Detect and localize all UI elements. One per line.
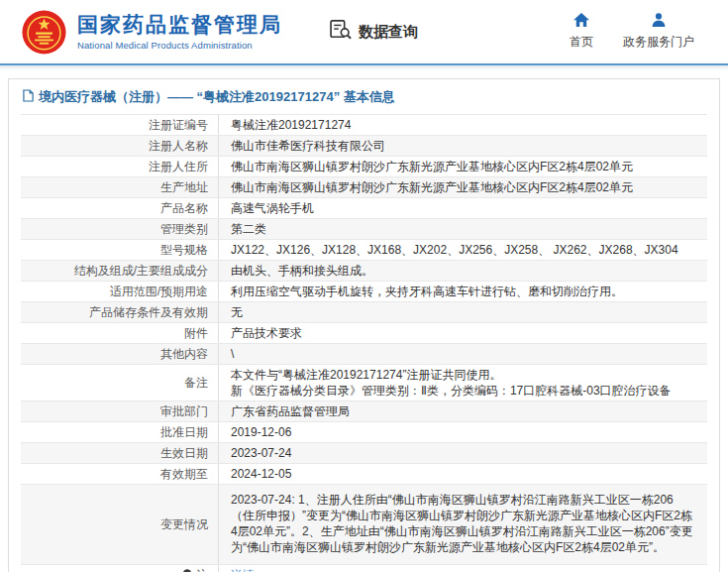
panel-title-text: 境内医疗器械（注册）—— “粤械注准20192171274” 基本信息 [39, 88, 395, 106]
site-header: 国家药品监督管理局 National Medical Products Admi… [0, 0, 728, 63]
brand-text: 国家药品监督管理局 National Medical Products Admi… [77, 13, 282, 50]
row-value: 利用压缩空气驱动手机旋转，夹持牙科高速车针进行钻、磨和切削治疗用。 [219, 282, 707, 301]
table-row: 型号规格JX122、JX126、JX128、JX168、JX202、JX256、… [21, 240, 707, 261]
content-panel: 境内医疗器械（注册）—— “粤械注准20192171274” 基本信息 注册证编… [8, 78, 720, 572]
nav-home[interactable]: 首页 [570, 13, 593, 51]
row-label: 注册人住所 [21, 157, 219, 176]
panel-title: 境内医疗器械（注册）—— “粤械注准20192171274” 基本信息 [21, 86, 707, 114]
nav-service-portal-label: 政务服务门户 [623, 34, 694, 51]
table-row: 生效日期2023-07-24 [21, 443, 707, 464]
row-value: 高速气涡轮手机 [219, 198, 707, 218]
row-label: 有效期至 [21, 464, 219, 484]
table-row: 附件产品技术要求 [21, 323, 707, 344]
row-label: 生产地址 [21, 177, 219, 197]
row-value: \ [219, 344, 707, 364]
row-label: 结构及组成/主要组成成分 [21, 261, 219, 281]
row-value: 本文件与“粤械注准20192171274”注册证共同使用。 新《医疗器械分类目录… [219, 365, 707, 400]
national-emblem-icon [22, 10, 66, 55]
table-row: 其他内容\ [21, 344, 707, 365]
table-row: 备注本文件与“粤械注准20192171274”注册证共同使用。 新《医疗器械分类… [21, 365, 707, 401]
table-row: 生产地址佛山市南海区狮山镇罗村朗沙广东新光源产业基地核心区内F区2栋4层02单元 [21, 177, 707, 198]
table-row: 注册人名称佛山市佳希医疗科技有限公司 [21, 136, 707, 157]
table-row: 注册证编号粤械注准20192171274 [21, 115, 707, 136]
data-query-label: 数据查询 [359, 23, 418, 42]
table-row: 注册人住所佛山市南海区狮山镇罗村朗沙广东新光源产业基地核心区内F区2栋4层02单… [21, 157, 707, 177]
table-row: 有效期至2024-12-05 [21, 464, 707, 485]
row-value: 详情 [219, 565, 707, 572]
table-row: 注详情 [21, 565, 707, 572]
home-icon [573, 13, 589, 31]
user-icon [652, 13, 666, 31]
row-value: 无 [219, 302, 707, 322]
row-label: 适用范围/预期用途 [21, 282, 219, 301]
row-value: 佛山市南海区狮山镇罗村朗沙广东新光源产业基地核心区内F区2栋4层02单元 [219, 157, 707, 176]
top-nav: 首页 政务服务门户 [570, 13, 694, 51]
detail-link[interactable]: 详情 [231, 568, 255, 572]
row-value: 2023-07-24: 1、注册人住所由“佛山市南海区狮山镇罗村沿江南路新兴工业… [219, 485, 707, 564]
row-label: 管理类别 [21, 219, 219, 239]
table-row: 结构及组成/主要组成成分由机头、手柄和接头组成。 [21, 261, 707, 282]
row-value: 由机头、手柄和接头组成。 [219, 261, 707, 281]
row-label: 产品名称 [21, 198, 219, 218]
nav-home-label: 首页 [570, 34, 593, 51]
table-row: 审批部门广东省药品监督管理局 [21, 401, 707, 422]
row-label: 注册证编号 [21, 115, 219, 135]
data-query-tab[interactable]: 数据查询 [330, 20, 418, 44]
row-label: 附件 [21, 323, 219, 343]
header-divider-shadow [0, 65, 728, 70]
row-label: 型号规格 [21, 240, 219, 260]
row-value: 2019-12-06 [219, 422, 707, 442]
row-value: 第二类 [219, 219, 707, 239]
info-table: 注册证编号粤械注准20192171274注册人名称佛山市佳希医疗科技有限公司注册… [21, 114, 707, 572]
row-label: 变更情况 [21, 485, 219, 564]
row-value: 产品技术要求 [219, 323, 707, 343]
row-value: 佛山市南海区狮山镇罗村朗沙广东新光源产业基地核心区内F区2栋4层02单元 [219, 177, 707, 197]
row-label: 注 [21, 565, 219, 572]
row-value: 广东省药品监督管理局 [219, 401, 707, 421]
table-row: 管理类别第二类 [21, 219, 707, 240]
row-label: 批准日期 [21, 422, 219, 442]
row-label: 产品储存条件及有效期 [21, 302, 219, 322]
row-value: JX122、JX126、JX128、JX168、JX202、JX256、JX25… [219, 240, 707, 260]
document-search-icon [330, 20, 353, 44]
row-value: 2024-12-05 [219, 464, 707, 484]
table-row: 适用范围/预期用途利用压缩空气驱动手机旋转，夹持牙科高速车针进行钻、磨和切削治疗… [21, 282, 707, 302]
nav-service-portal[interactable]: 政务服务门户 [623, 13, 694, 51]
table-row: 产品储存条件及有效期无 [21, 302, 707, 323]
document-icon [23, 89, 34, 105]
table-row: 变更情况2023-07-24: 1、注册人住所由“佛山市南海区狮山镇罗村沿江南路… [21, 485, 707, 565]
row-value: 2023-07-24 [219, 443, 707, 463]
row-label: 备注 [21, 365, 219, 400]
row-label: 注册人名称 [21, 136, 219, 156]
table-row: 批准日期2019-12-06 [21, 422, 707, 443]
table-row: 产品名称高速气涡轮手机 [21, 198, 707, 219]
brand-subtitle: National Medical Products Administration [77, 40, 282, 51]
row-label: 其他内容 [21, 344, 219, 364]
row-label: 生效日期 [21, 443, 219, 463]
row-label: 审批部门 [21, 401, 219, 421]
row-value: 粤械注准20192171274 [219, 115, 707, 135]
row-value: 佛山市佳希医疗科技有限公司 [219, 136, 707, 156]
brand-title: 国家药品监督管理局 [77, 13, 282, 36]
